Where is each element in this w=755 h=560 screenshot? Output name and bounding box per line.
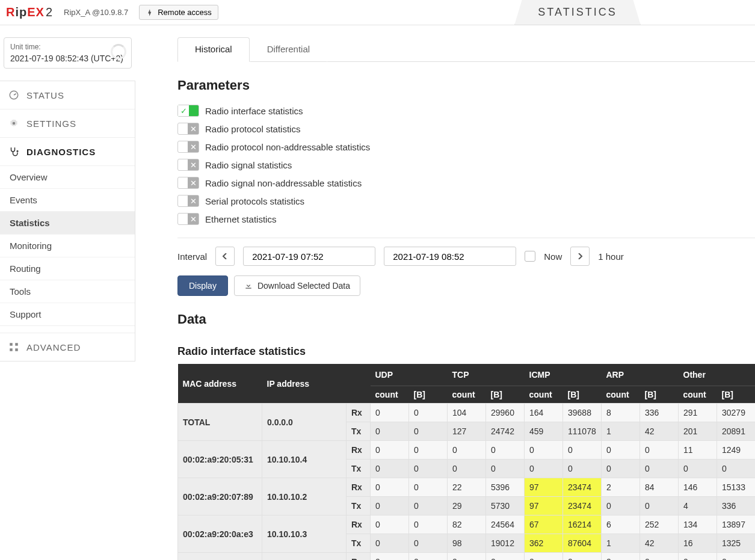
nav-advanced-label: ADVANCED	[26, 342, 81, 352]
toggle-radio-protocol[interactable]: ✕	[177, 123, 199, 135]
th-count: count	[525, 386, 563, 404]
th-udp: UDP	[371, 364, 448, 386]
cell-value: 0	[717, 460, 756, 478]
nav-sub-support[interactable]: Support	[0, 303, 135, 325]
top-bar: RipEX2 RipX_A @10.9.8.7 Remote access ST…	[0, 0, 755, 25]
nav-sub-events[interactable]: Events	[0, 188, 135, 211]
nav-sub-routing[interactable]: Routing	[0, 257, 135, 280]
cell-value: 0	[525, 441, 563, 460]
cell-value: 1	[602, 422, 640, 441]
cell-value: 0	[371, 404, 409, 422]
table-row: 00:02:a9:20:07:8910.10.10.2Rx00225396972…	[178, 478, 756, 497]
cell-value: 0	[602, 553, 640, 561]
interval-prev-button[interactable]	[215, 247, 235, 266]
svg-rect-5	[10, 348, 13, 351]
th-bytes: [B]	[717, 386, 756, 404]
page-tab-statistics: STATISTICS	[514, 0, 641, 25]
nav-advanced[interactable]: ADVANCED	[0, 333, 135, 361]
tabs: Historical Differential	[177, 25, 755, 62]
cell-value: 252	[640, 515, 679, 534]
cell-value: 0	[717, 553, 756, 561]
cell-value: 0	[563, 553, 602, 561]
cell-ip: 255.255.255.255	[262, 553, 347, 561]
nav-sub-statistics[interactable]: Statistics	[0, 211, 135, 234]
toggle-radio-protocol-na[interactable]: ✕	[177, 141, 199, 153]
tab-historical[interactable]: Historical	[177, 37, 250, 62]
cell-value: 134	[679, 515, 717, 534]
nav-status[interactable]: STATUS	[0, 81, 135, 109]
cell-dir: Tx	[347, 460, 371, 478]
cell-mac: 00:02:a9:20:0a:e3	[178, 515, 262, 553]
cell-value: 0	[409, 534, 448, 553]
cell-dir: Rx	[347, 404, 371, 422]
cell-value: 24742	[486, 422, 525, 441]
nav-sub-tools[interactable]: Tools	[0, 280, 135, 303]
cell-value: 104	[448, 404, 486, 422]
th-other: Other	[679, 364, 756, 386]
cell-value: 146	[679, 478, 717, 497]
toggle-radio-interface[interactable]: ✓	[177, 105, 199, 117]
param-label: Radio signal non-addressable statistics	[205, 178, 362, 188]
stats-table: MAC address IP address UDP TCP ICMP ARP …	[177, 364, 755, 560]
section-data: Data	[177, 312, 755, 327]
cell-value: 97	[525, 478, 563, 497]
cell-value: 1	[602, 534, 640, 553]
subsection-ris: Radio interface statistics	[177, 345, 755, 358]
cell-dir: Rx	[347, 441, 371, 460]
cell-ip: 10.10.10.3	[262, 515, 347, 553]
now-checkbox[interactable]	[525, 251, 535, 262]
svg-rect-6	[15, 348, 18, 351]
antenna-icon	[146, 8, 154, 17]
remote-access-button[interactable]: Remote access	[139, 5, 218, 20]
th-tcp: TCP	[448, 364, 525, 386]
cell-value: 459	[525, 422, 563, 441]
interval-span: 1 hour	[598, 251, 624, 262]
download-button[interactable]: Download Selected Data	[234, 275, 360, 296]
th-count: count	[679, 386, 717, 404]
th-bytes: [B]	[409, 386, 448, 404]
cell-value: 0	[448, 460, 486, 478]
cell-value: 0	[679, 460, 717, 478]
param-label: Radio interface statistics	[205, 106, 303, 116]
cell-value: 0	[409, 441, 448, 460]
cell-dir: Rx	[347, 515, 371, 534]
nav-sub-overview[interactable]: Overview	[0, 165, 135, 188]
interval-next-button[interactable]	[570, 247, 590, 266]
interval-from-input[interactable]	[243, 247, 375, 266]
nav-diagnostics-label: DIAGNOSTICS	[26, 147, 96, 157]
unit-time-value: 2021-07-19 08:52:43 (UTC+2)	[10, 54, 125, 63]
nav-diagnostics[interactable]: DIAGNOSTICS	[0, 137, 135, 165]
cell-value: 1249	[717, 441, 756, 460]
th-icmp: ICMP	[525, 364, 602, 386]
toggle-radio-signal[interactable]: ✕	[177, 159, 199, 171]
cell-value: 362	[525, 534, 563, 553]
tab-differential[interactable]: Differential	[250, 37, 327, 62]
cell-dir: Tx	[347, 422, 371, 441]
nav-sub-monitoring[interactable]: Monitoring	[0, 234, 135, 257]
param-label: Radio signal statistics	[205, 160, 292, 170]
nav-settings-label: SETTINGS	[26, 118, 76, 129]
cell-value: 291	[679, 404, 717, 422]
cell-value: 0	[486, 441, 525, 460]
display-button[interactable]: Display	[177, 275, 228, 296]
svg-rect-4	[15, 343, 18, 346]
cell-value: 0	[602, 497, 640, 515]
th-count: count	[371, 386, 409, 404]
interval-to-input[interactable]	[384, 247, 516, 266]
cell-value: 0	[371, 478, 409, 497]
cell-value: 0	[640, 441, 679, 460]
cell-value: 19012	[486, 534, 525, 553]
grid-icon	[8, 342, 19, 352]
param-label: Radio protocol non-addressable statistic…	[205, 142, 370, 152]
cell-value: 0	[602, 460, 640, 478]
cell-value: 0	[371, 441, 409, 460]
toggle-serial-protocols[interactable]: ✕	[177, 195, 199, 207]
nav-settings[interactable]: SETTINGS	[0, 109, 135, 137]
th-bytes: [B]	[640, 386, 679, 404]
cell-value: 0	[371, 534, 409, 553]
toggle-ethernet[interactable]: ✕	[177, 213, 199, 225]
cell-value: 84	[640, 478, 679, 497]
table-row: 00:02:a9:20:0a:e310.10.10.3Rx00822456467…	[178, 515, 756, 534]
now-label: Now	[544, 251, 562, 262]
toggle-radio-signal-na[interactable]: ✕	[177, 177, 199, 189]
